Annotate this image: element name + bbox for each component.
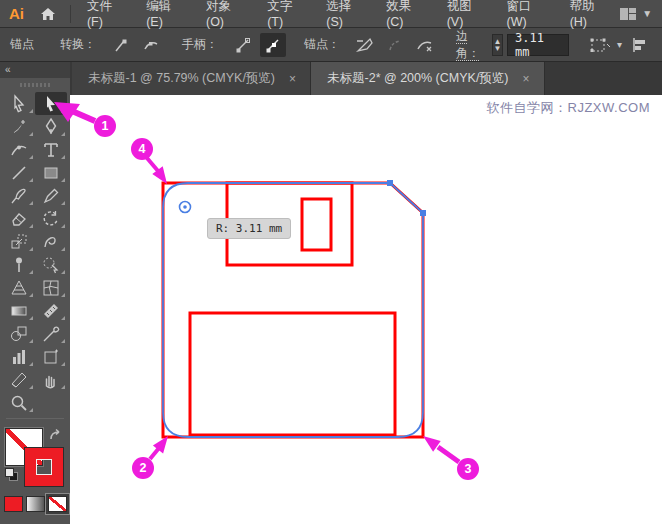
home-icon[interactable] bbox=[32, 7, 64, 21]
slice-tool[interactable] bbox=[3, 368, 35, 391]
corner-radius-tooltip: R: 3.11 mm bbox=[207, 218, 291, 239]
scale-tool[interactable] bbox=[3, 230, 35, 253]
tools-grip-handle[interactable] bbox=[0, 78, 70, 92]
blend-tool[interactable] bbox=[3, 322, 35, 345]
anchor-panel-label: 锚点 bbox=[10, 36, 34, 53]
show-handles-icon[interactable] bbox=[260, 33, 286, 57]
line-segment-tool[interactable] bbox=[3, 161, 35, 184]
floppy-window-rect[interactable] bbox=[302, 199, 331, 250]
menu-select[interactable]: 选择(S) bbox=[316, 0, 376, 28]
close-icon[interactable]: × bbox=[521, 72, 532, 86]
handles-label: 手柄： bbox=[182, 36, 218, 53]
none-button[interactable] bbox=[48, 496, 67, 512]
curvature-tool[interactable] bbox=[3, 138, 35, 161]
document-tab-bar: 未标题-1 @ 75.79% (CMYK/预览) × 未标题-2* @ 200%… bbox=[70, 62, 662, 95]
floppy-label-rect[interactable] bbox=[190, 313, 395, 435]
corner-radius-stepper[interactable]: ▲▼ bbox=[492, 34, 503, 56]
selection-tool[interactable] bbox=[3, 92, 35, 115]
menu-help[interactable]: 帮助(H) bbox=[560, 0, 621, 28]
chevron-down-icon[interactable]: ▼ bbox=[642, 8, 652, 19]
align-left-icon[interactable] bbox=[626, 33, 652, 57]
gradient-tool[interactable] bbox=[3, 299, 35, 322]
isolate-selection-icon[interactable] bbox=[587, 33, 613, 57]
default-fill-stroke-icon[interactable] bbox=[5, 468, 19, 482]
measure-tool[interactable] bbox=[35, 299, 67, 322]
selection-path-preview bbox=[163, 183, 423, 437]
cut-path-icon[interactable] bbox=[412, 33, 438, 57]
menu-type[interactable]: 文字(T) bbox=[257, 0, 316, 28]
menu-object[interactable]: 对象(O) bbox=[196, 0, 257, 28]
direct-selection-tool[interactable] bbox=[35, 92, 67, 115]
convert-to-smooth-icon[interactable] bbox=[138, 33, 164, 57]
artboard-canvas[interactable]: 软件自学网：RJZXW.COM bbox=[70, 95, 662, 524]
mesh-tool[interactable] bbox=[35, 276, 67, 299]
illustrator-logo[interactable]: Ai bbox=[0, 5, 32, 22]
free-transform-tool[interactable] bbox=[3, 253, 35, 276]
pen-tool[interactable] bbox=[35, 115, 67, 138]
color-button[interactable] bbox=[4, 496, 23, 512]
floppy-disk-artwork bbox=[70, 95, 662, 524]
menu-bar: Ai 文件(F) 编辑(E) 对象(O) 文字(T) 选择(S) 效果(C) 视… bbox=[0, 0, 662, 28]
convert-label: 转换： bbox=[60, 36, 96, 53]
rectangle-tool[interactable] bbox=[35, 161, 67, 184]
anchors-label: 锚点： bbox=[304, 36, 340, 53]
magic-wand-tool[interactable] bbox=[3, 115, 35, 138]
collapse-panel-button[interactable]: « bbox=[0, 62, 70, 78]
remove-anchor-icon[interactable] bbox=[382, 33, 408, 57]
fill-stroke-swatches bbox=[0, 426, 70, 524]
artboard-tool[interactable] bbox=[35, 345, 67, 368]
chevron-down-icon[interactable]: ▾ bbox=[617, 39, 622, 50]
convert-to-corner-icon[interactable] bbox=[108, 33, 134, 57]
menu-view[interactable]: 视图(V) bbox=[437, 0, 497, 28]
delete-anchor-icon[interactable] bbox=[352, 33, 378, 57]
menu-file[interactable]: 文件(F) bbox=[77, 0, 136, 28]
align-center-icon[interactable] bbox=[656, 33, 662, 57]
eyedropper-tool[interactable] bbox=[35, 322, 67, 345]
empty-cell bbox=[35, 391, 67, 414]
shaper-tool[interactable] bbox=[35, 184, 67, 207]
type-tool[interactable] bbox=[35, 138, 67, 161]
tools-panel: « bbox=[0, 62, 70, 524]
tab-untitled-1[interactable]: 未标题-1 @ 75.79% (CMYK/预览) × bbox=[72, 62, 311, 95]
menu-window[interactable]: 窗口(W) bbox=[497, 0, 560, 28]
anchor-point[interactable] bbox=[387, 180, 393, 186]
stroke-swatch-red[interactable] bbox=[25, 448, 63, 486]
swap-fill-stroke-icon[interactable] bbox=[48, 428, 64, 446]
hand-tool[interactable] bbox=[35, 368, 67, 391]
gradient-button[interactable] bbox=[26, 496, 45, 512]
rotate-tool[interactable] bbox=[35, 207, 67, 230]
live-corner-widget[interactable] bbox=[180, 202, 191, 213]
control-bar: 锚点 转换： 手柄： 锚点： 边角： ▲▼ bbox=[0, 28, 662, 62]
corner-radius-label[interactable]: 边角： bbox=[456, 28, 483, 62]
zoom-tool[interactable] bbox=[3, 391, 35, 414]
width-tool[interactable] bbox=[35, 230, 67, 253]
menu-edit[interactable]: 编辑(E) bbox=[136, 0, 196, 28]
column-graph-tool[interactable] bbox=[3, 345, 35, 368]
menu-separator bbox=[70, 5, 71, 23]
eraser-tool[interactable] bbox=[3, 207, 35, 230]
close-icon[interactable]: × bbox=[287, 72, 298, 86]
tab-untitled-2[interactable]: 未标题-2* @ 200% (CMYK/预览) × bbox=[311, 62, 545, 95]
hide-handles-icon[interactable] bbox=[230, 33, 256, 57]
menu-effect[interactable]: 效果(C) bbox=[376, 0, 437, 28]
workspace-switcher-icon[interactable] bbox=[620, 8, 636, 20]
shape-builder-tool[interactable] bbox=[35, 253, 67, 276]
floppy-outline-path[interactable] bbox=[163, 183, 423, 437]
anchor-point[interactable] bbox=[420, 210, 426, 216]
perspective-grid-tool[interactable] bbox=[3, 276, 35, 299]
paintbrush-tool[interactable] bbox=[3, 184, 35, 207]
corner-radius-input[interactable]: 3.11 mm bbox=[507, 34, 569, 56]
